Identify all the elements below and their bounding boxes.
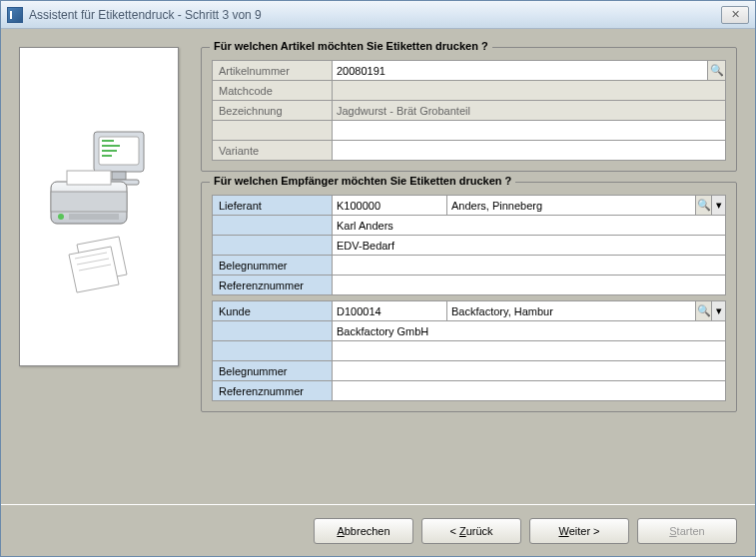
kunde-line2 xyxy=(333,341,726,361)
lieferant-dropdown-icon[interactable]: ▾ xyxy=(712,196,726,216)
svg-rect-3 xyxy=(102,145,120,147)
lieferant-line1: Karl Anders xyxy=(333,216,726,236)
next-label-rest: eiter > xyxy=(569,525,600,537)
lieferant-line2-label xyxy=(213,236,333,256)
lieferant-table: Lieferant K100000 Anders, Pinneberg 🔍 ▾ … xyxy=(212,195,726,401)
lieferant-short-field: Anders, Pinneberg xyxy=(447,196,696,216)
svg-rect-4 xyxy=(102,150,117,152)
kunde-short-field: Backfactory, Hambur xyxy=(447,301,696,321)
svg-marker-15 xyxy=(69,247,119,292)
start-button: Starten xyxy=(637,518,737,544)
bezeichnung-label: Bezeichnung xyxy=(213,101,333,121)
svg-rect-13 xyxy=(67,171,111,185)
lieferant-id-field[interactable]: K100000 xyxy=(333,196,447,216)
lieferant-search-icon[interactable]: 🔍 xyxy=(696,196,712,216)
lieferant-line2: EDV-Bedarf xyxy=(333,236,726,256)
lieferant-belegnummer-field[interactable] xyxy=(333,256,726,276)
titlebar: Assistent für Etikettendruck - Schritt 3… xyxy=(1,1,755,29)
kunde-belegnummer-label: Belegnummer xyxy=(213,361,333,381)
lieferant-referenznummer-label: Referenznummer xyxy=(213,276,333,295)
form-panel: Für welchen Artikel möchten Sie Etikette… xyxy=(201,47,737,486)
group-article: Für welchen Artikel möchten Sie Etikette… xyxy=(201,47,737,172)
lieferant-line1-label xyxy=(213,216,333,236)
lieferant-referenznummer-field[interactable] xyxy=(333,276,726,295)
matchcode-field xyxy=(333,81,726,101)
start-label-rest: tarten xyxy=(677,525,705,537)
back-button[interactable]: < Zurück xyxy=(421,518,521,544)
next-button[interactable]: Weiter > xyxy=(529,518,629,544)
printer-icon xyxy=(39,107,159,306)
close-icon[interactable]: ✕ xyxy=(721,6,749,24)
kunde-line2-label xyxy=(213,341,333,361)
artikelnummer-field[interactable]: 20080191 xyxy=(333,61,708,81)
wizard-window: Assistent für Etikettendruck - Schritt 3… xyxy=(0,0,756,557)
row-empty xyxy=(213,121,333,141)
cancel-button[interactable]: Abbrechen xyxy=(314,518,413,544)
window-title: Assistent für Etikettendruck - Schritt 3… xyxy=(29,8,721,22)
artikelnummer-search-icon[interactable]: 🔍 xyxy=(708,61,726,81)
article-table: Artikelnummer 20080191 🔍 Matchcode Bezei… xyxy=(212,60,726,161)
button-bar: Abbrechen < Zurück Weiter > Starten xyxy=(1,504,755,556)
svg-point-11 xyxy=(58,214,64,220)
content-area: Für welchen Artikel möchten Sie Etikette… xyxy=(1,29,755,504)
kunde-referenznummer-field[interactable] xyxy=(333,381,726,401)
svg-rect-5 xyxy=(102,155,112,157)
back-label-rest: urück xyxy=(466,525,493,537)
svg-rect-10 xyxy=(51,192,127,212)
bezeichnung-field: Jagdwurst - Brät Grobanteil xyxy=(333,101,726,121)
variante-label: Variante xyxy=(213,141,333,161)
kunde-line1: Backfactory GmbH xyxy=(333,321,726,341)
kunde-label: Kunde xyxy=(213,301,333,321)
group-recipient-title: Für welchen Empfänger möchten Sie Etiket… xyxy=(210,175,515,187)
row-empty-value xyxy=(333,121,726,141)
group-article-title: Für welchen Artikel möchten Sie Etikette… xyxy=(210,40,492,52)
kunde-dropdown-icon[interactable]: ▾ xyxy=(712,301,726,321)
wizard-image-panel xyxy=(19,47,179,366)
lieferant-belegnummer-label: Belegnummer xyxy=(213,256,333,276)
svg-rect-2 xyxy=(102,140,114,142)
kunde-belegnummer-field[interactable] xyxy=(333,361,726,381)
artikelnummer-label: Artikelnummer xyxy=(213,61,333,81)
svg-rect-6 xyxy=(112,172,126,180)
app-icon xyxy=(7,7,23,23)
lieferant-label: Lieferant xyxy=(213,196,333,216)
cancel-label-rest: bbrechen xyxy=(345,525,390,537)
kunde-id-field[interactable]: D100014 xyxy=(333,301,447,321)
variante-field[interactable] xyxy=(333,141,726,161)
matchcode-label: Matchcode xyxy=(213,81,333,101)
svg-rect-12 xyxy=(69,214,119,220)
kunde-line1-label xyxy=(213,321,333,341)
group-recipient: Für welchen Empfänger möchten Sie Etiket… xyxy=(201,182,737,412)
kunde-search-icon[interactable]: 🔍 xyxy=(696,301,712,321)
kunde-referenznummer-label: Referenznummer xyxy=(213,381,333,401)
